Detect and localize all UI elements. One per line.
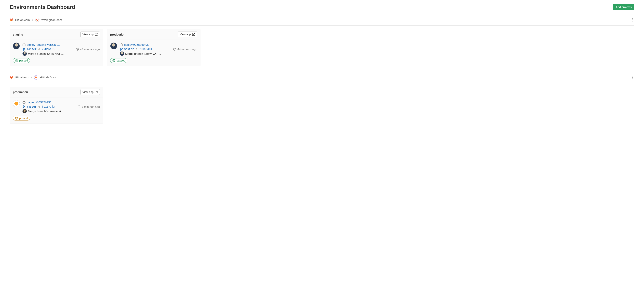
- environment-name: production: [13, 90, 28, 94]
- environment-card: staging View app deploy_staging #355369.…: [10, 29, 103, 66]
- commit-icon: [135, 48, 138, 51]
- environment-name: production: [110, 33, 125, 36]
- commit-sha-link[interactable]: 750a6d81: [139, 47, 152, 51]
- project-avatar-icon: [34, 75, 38, 79]
- pipeline-status-badge[interactable]: passed: [13, 116, 30, 120]
- job-link[interactable]: deploy_staging #355369...: [27, 42, 60, 47]
- commit-icon: [38, 105, 41, 108]
- branch-icon: [22, 48, 26, 51]
- project-breadcrumb-row: GitLab.com > www-gitlab-com: [10, 14, 634, 25]
- environment-card: production View app deploy #355369439 ma…: [107, 29, 200, 66]
- pipeline-status-badge[interactable]: passed: [13, 58, 30, 63]
- view-app-button[interactable]: View app: [80, 31, 100, 37]
- branch-icon: [120, 48, 123, 51]
- project-menu-button[interactable]: [631, 74, 634, 80]
- deployer-avatar[interactable]: [13, 100, 20, 107]
- status-label: passed: [116, 59, 125, 62]
- status-label: passed: [19, 117, 28, 120]
- status-label: passed: [19, 59, 28, 62]
- commit-sha-link[interactable]: fc1677f3: [42, 105, 55, 109]
- committer-avatar[interactable]: [120, 51, 124, 56]
- breadcrumb: GitLab.org > GitLab Docs: [10, 75, 56, 79]
- breadcrumb: GitLab.com > www-gitlab-com: [10, 18, 62, 22]
- gitlab-logo-icon: [10, 18, 13, 21]
- breadcrumb-project: www-gitlab-com: [41, 18, 62, 21]
- breadcrumb-group-link[interactable]: GitLab.org: [15, 76, 28, 79]
- commit-sha-link[interactable]: 750a6d81: [42, 47, 55, 51]
- status-passed-icon: [112, 59, 116, 62]
- commit-message: Merge branch 'show-versi...: [28, 109, 63, 113]
- time-ago: 44 minutes ago: [177, 47, 197, 51]
- chevron-right-icon: >: [30, 76, 32, 79]
- breadcrumb-group-link[interactable]: GitLab.com: [15, 18, 30, 21]
- add-projects-button[interactable]: Add projects: [613, 4, 634, 10]
- environments-row: production View app pages #355376255 mas…: [10, 83, 634, 129]
- gitlab-logo-icon: [10, 76, 13, 79]
- external-link-icon: [192, 33, 195, 36]
- chevron-right-icon: >: [32, 18, 34, 21]
- breadcrumb-project: GitLab Docs: [40, 76, 56, 79]
- page-header: Environments Dashboard Add projects: [10, 4, 634, 14]
- view-app-button[interactable]: View app: [178, 31, 197, 37]
- time-ago: 7 minutes ago: [82, 104, 100, 109]
- view-app-button[interactable]: View app: [80, 89, 100, 95]
- branch-link[interactable]: master: [124, 47, 134, 51]
- branch-link[interactable]: master: [27, 47, 36, 51]
- environment-name: staging: [13, 33, 23, 36]
- clock-icon: [78, 105, 80, 108]
- status-warning-icon: [15, 117, 18, 120]
- deployer-avatar[interactable]: [13, 42, 20, 49]
- committer-avatar[interactable]: [22, 109, 27, 113]
- branch-icon: [22, 105, 26, 108]
- project-avatar-icon: [35, 18, 40, 22]
- commit-message: Merge branch 'Snow-VAT-...: [28, 51, 64, 56]
- job-icon: [22, 101, 26, 104]
- project-menu-button[interactable]: [631, 17, 634, 23]
- job-link[interactable]: deploy #355369439: [124, 42, 150, 47]
- job-icon: [22, 43, 26, 46]
- project-breadcrumb-row: GitLab.org > GitLab Docs: [10, 72, 634, 83]
- clock-icon: [173, 48, 176, 51]
- time-ago: 44 minutes ago: [80, 47, 100, 51]
- job-link[interactable]: pages #355376255: [27, 100, 51, 104]
- pipeline-status-badge[interactable]: passed: [110, 58, 127, 63]
- commit-icon: [38, 48, 41, 51]
- committer-avatar[interactable]: [22, 51, 27, 56]
- deployer-avatar[interactable]: [110, 42, 117, 49]
- commit-message: Merge branch 'Snow-VAT-...: [125, 51, 161, 56]
- view-app-label: View app: [82, 90, 94, 94]
- environments-row: staging View app deploy_staging #355369.…: [10, 25, 634, 72]
- external-link-icon: [95, 33, 98, 36]
- view-app-label: View app: [180, 33, 191, 36]
- branch-link[interactable]: master: [27, 105, 36, 109]
- job-icon: [120, 43, 123, 46]
- external-link-icon: [95, 90, 98, 94]
- environment-card: production View app pages #355376255 mas…: [10, 87, 103, 124]
- clock-icon: [76, 48, 79, 51]
- view-app-label: View app: [82, 33, 94, 36]
- status-passed-icon: [15, 59, 18, 62]
- page-title: Environments Dashboard: [10, 4, 75, 10]
